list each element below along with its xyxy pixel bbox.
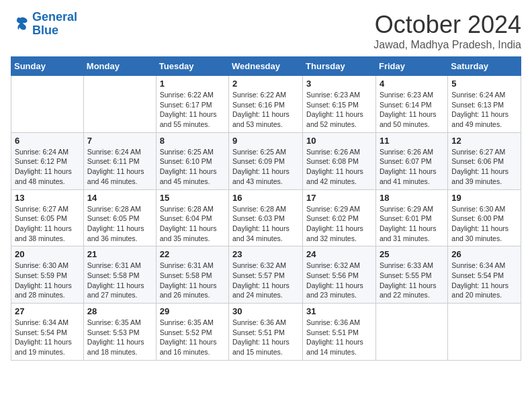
page-header: General Blue October 2024 Jawad, Madhya …	[11, 11, 521, 51]
calendar-week-3: 13Sunrise: 6:27 AMSunset: 6:05 PMDayligh…	[11, 189, 521, 246]
day-info: Sunrise: 6:23 AMSunset: 6:14 PMDaylight:…	[380, 90, 444, 130]
calendar-cell: 2Sunrise: 6:22 AMSunset: 6:16 PMDaylight…	[229, 76, 303, 133]
day-info: Sunrise: 6:34 AMSunset: 5:54 PMDaylight:…	[15, 318, 80, 357]
calendar-cell: 30Sunrise: 6:36 AMSunset: 5:51 PMDayligh…	[229, 304, 303, 361]
calendar-cell: 27Sunrise: 6:34 AMSunset: 5:54 PMDayligh…	[11, 304, 84, 361]
day-number: 9	[232, 136, 299, 146]
day-number: 25	[380, 249, 444, 259]
day-info: Sunrise: 6:35 AMSunset: 5:53 PMDaylight:…	[87, 318, 152, 357]
title-area: October 2024 Jawad, Madhya Pradesh, Indi…	[373, 11, 521, 51]
day-number: 12	[451, 136, 517, 146]
day-info: Sunrise: 6:26 AMSunset: 6:07 PMDaylight:…	[380, 147, 444, 187]
day-info: Sunrise: 6:27 AMSunset: 6:05 PMDaylight:…	[15, 204, 80, 244]
day-number: 4	[380, 79, 444, 89]
calendar-cell: 31Sunrise: 6:36 AMSunset: 5:51 PMDayligh…	[303, 304, 376, 361]
day-number: 16	[232, 193, 299, 203]
day-number: 17	[306, 193, 372, 203]
day-number: 21	[87, 249, 152, 259]
day-number: 14	[87, 193, 152, 203]
header-day-saturday: Saturday	[448, 57, 521, 76]
logo-icon	[11, 15, 30, 34]
day-number: 11	[380, 136, 444, 146]
day-info: Sunrise: 6:24 AMSunset: 6:13 PMDaylight:…	[451, 90, 517, 130]
calendar-cell: 13Sunrise: 6:27 AMSunset: 6:05 PMDayligh…	[11, 189, 84, 246]
calendar-cell: 25Sunrise: 6:33 AMSunset: 5:55 PMDayligh…	[375, 246, 447, 304]
calendar-cell: 4Sunrise: 6:23 AMSunset: 6:14 PMDaylight…	[375, 76, 447, 133]
day-info: Sunrise: 6:31 AMSunset: 5:58 PMDaylight:…	[87, 261, 152, 300]
day-number: 7	[87, 136, 152, 146]
calendar-week-4: 20Sunrise: 6:30 AMSunset: 5:59 PMDayligh…	[11, 246, 521, 304]
day-info: Sunrise: 6:27 AMSunset: 6:06 PMDaylight:…	[451, 147, 517, 187]
calendar-cell: 5Sunrise: 6:24 AMSunset: 6:13 PMDaylight…	[448, 76, 521, 133]
calendar-cell: 24Sunrise: 6:32 AMSunset: 5:56 PMDayligh…	[303, 246, 376, 304]
calendar-cell: 3Sunrise: 6:23 AMSunset: 6:15 PMDaylight…	[303, 76, 376, 133]
day-number: 29	[160, 306, 225, 316]
day-number: 1	[160, 79, 225, 89]
day-number: 10	[306, 136, 372, 146]
calendar-cell: 14Sunrise: 6:28 AMSunset: 6:05 PMDayligh…	[83, 189, 156, 246]
day-info: Sunrise: 6:23 AMSunset: 6:15 PMDaylight:…	[306, 90, 372, 130]
day-info: Sunrise: 6:22 AMSunset: 6:17 PMDaylight:…	[160, 90, 225, 130]
header-day-monday: Monday	[83, 57, 156, 76]
day-info: Sunrise: 6:36 AMSunset: 5:51 PMDaylight:…	[306, 318, 372, 357]
day-info: Sunrise: 6:32 AMSunset: 5:57 PMDaylight:…	[232, 261, 299, 300]
calendar-cell: 15Sunrise: 6:28 AMSunset: 6:04 PMDayligh…	[156, 189, 228, 246]
calendar-cell: 21Sunrise: 6:31 AMSunset: 5:58 PMDayligh…	[83, 246, 156, 304]
logo: General Blue	[11, 11, 77, 38]
day-info: Sunrise: 6:29 AMSunset: 6:01 PMDaylight:…	[380, 204, 444, 244]
day-info: Sunrise: 6:28 AMSunset: 6:05 PMDaylight:…	[87, 204, 152, 244]
calendar-cell	[375, 304, 447, 361]
day-info: Sunrise: 6:26 AMSunset: 6:08 PMDaylight:…	[306, 147, 372, 187]
logo-text: General Blue	[32, 11, 77, 38]
calendar-cell: 6Sunrise: 6:24 AMSunset: 6:12 PMDaylight…	[11, 132, 84, 189]
day-number: 27	[15, 306, 80, 316]
calendar-cell	[448, 304, 521, 361]
day-number: 13	[15, 193, 80, 203]
day-number: 28	[87, 306, 152, 316]
day-info: Sunrise: 6:28 AMSunset: 6:04 PMDaylight:…	[160, 204, 225, 244]
day-number: 31	[306, 306, 372, 316]
day-number: 26	[451, 249, 517, 259]
calendar-header-row: SundayMondayTuesdayWednesdayThursdayFrid…	[11, 57, 521, 76]
day-number: 3	[306, 79, 372, 89]
calendar-cell: 16Sunrise: 6:28 AMSunset: 6:03 PMDayligh…	[229, 189, 303, 246]
calendar-cell: 11Sunrise: 6:26 AMSunset: 6:07 PMDayligh…	[375, 132, 447, 189]
day-info: Sunrise: 6:31 AMSunset: 5:58 PMDaylight:…	[160, 261, 225, 300]
day-info: Sunrise: 6:28 AMSunset: 6:03 PMDaylight:…	[232, 204, 299, 244]
day-number: 18	[380, 193, 444, 203]
calendar-cell: 23Sunrise: 6:32 AMSunset: 5:57 PMDayligh…	[229, 246, 303, 304]
day-number: 6	[15, 136, 80, 146]
day-number: 23	[232, 249, 299, 259]
day-number: 24	[306, 249, 372, 259]
day-info: Sunrise: 6:36 AMSunset: 5:51 PMDaylight:…	[232, 318, 299, 357]
day-info: Sunrise: 6:30 AMSunset: 6:00 PMDaylight:…	[451, 204, 517, 244]
calendar-cell: 26Sunrise: 6:34 AMSunset: 5:54 PMDayligh…	[448, 246, 521, 304]
month-title: October 2024	[373, 11, 521, 39]
day-info: Sunrise: 6:34 AMSunset: 5:54 PMDaylight:…	[451, 261, 517, 300]
day-number: 30	[232, 306, 299, 316]
day-info: Sunrise: 6:22 AMSunset: 6:16 PMDaylight:…	[232, 90, 299, 130]
calendar-cell	[11, 76, 84, 133]
header-day-wednesday: Wednesday	[229, 57, 303, 76]
day-number: 19	[451, 193, 517, 203]
calendar-cell: 10Sunrise: 6:26 AMSunset: 6:08 PMDayligh…	[303, 132, 376, 189]
calendar-cell: 18Sunrise: 6:29 AMSunset: 6:01 PMDayligh…	[375, 189, 447, 246]
calendar-cell: 22Sunrise: 6:31 AMSunset: 5:58 PMDayligh…	[156, 246, 228, 304]
day-number: 15	[160, 193, 225, 203]
day-number: 2	[232, 79, 299, 89]
day-info: Sunrise: 6:32 AMSunset: 5:56 PMDaylight:…	[306, 261, 372, 300]
day-number: 22	[160, 249, 225, 259]
day-info: Sunrise: 6:25 AMSunset: 6:09 PMDaylight:…	[232, 147, 299, 187]
calendar-cell: 17Sunrise: 6:29 AMSunset: 6:02 PMDayligh…	[303, 189, 376, 246]
calendar-cell: 8Sunrise: 6:25 AMSunset: 6:10 PMDaylight…	[156, 132, 228, 189]
day-info: Sunrise: 6:25 AMSunset: 6:10 PMDaylight:…	[160, 147, 225, 187]
calendar-cell: 9Sunrise: 6:25 AMSunset: 6:09 PMDaylight…	[229, 132, 303, 189]
calendar-cell: 19Sunrise: 6:30 AMSunset: 6:00 PMDayligh…	[448, 189, 521, 246]
calendar-cell	[83, 76, 156, 133]
day-number: 8	[160, 136, 225, 146]
day-info: Sunrise: 6:24 AMSunset: 6:11 PMDaylight:…	[87, 147, 152, 187]
calendar-cell: 28Sunrise: 6:35 AMSunset: 5:53 PMDayligh…	[83, 304, 156, 361]
day-info: Sunrise: 6:35 AMSunset: 5:52 PMDaylight:…	[160, 318, 225, 357]
calendar-cell: 12Sunrise: 6:27 AMSunset: 6:06 PMDayligh…	[448, 132, 521, 189]
calendar-cell: 29Sunrise: 6:35 AMSunset: 5:52 PMDayligh…	[156, 304, 228, 361]
